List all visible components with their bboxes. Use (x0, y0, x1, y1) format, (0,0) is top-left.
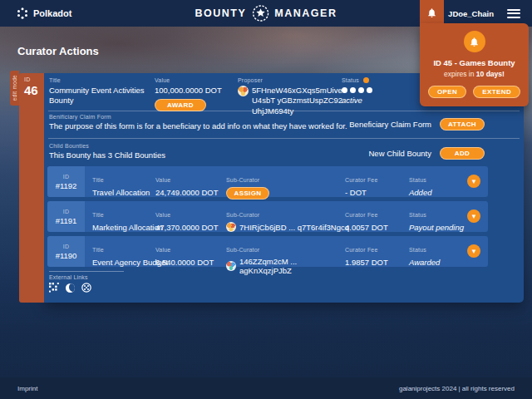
child-bounty-value: 47,370.0000 DOT (155, 223, 219, 232)
expand-row-button[interactable]: ▾ (467, 209, 480, 223)
polkadot-brand[interactable]: Polkadot (17, 7, 71, 19)
new-child-bounty-label: New Child Bounty (368, 149, 431, 158)
notification-extend-button[interactable]: EXTEND (473, 86, 520, 98)
claim-form-name: Beneficiary Claim Form (349, 120, 431, 129)
bounty-status: active (342, 96, 372, 105)
notification-bell-badge (464, 31, 485, 52)
bounty-value: 100,000.0000 DOT (155, 86, 222, 95)
notification-popup-body: ID 45 - Games Bounty expires in 10 days!… (420, 23, 529, 106)
claim-form-section-label: Benificiary Claim Form (49, 114, 111, 120)
bounty-id-label: ID (24, 76, 44, 82)
child-bounty-id-cell: ID #1192 (47, 166, 85, 197)
child-bounties-label: Child Bounties (49, 143, 89, 149)
grid-dots-icon[interactable] (49, 283, 59, 293)
award-button[interactable]: AWARD (155, 99, 206, 111)
sub-curator-avatar (226, 261, 236, 271)
child-bounty-title: Marketing Allocation (92, 223, 163, 232)
child-bounty-fee: 4.0057 DOT (345, 223, 388, 232)
external-links-divider (49, 271, 124, 272)
notification-bell-button[interactable] (420, 0, 444, 25)
status-dot (350, 87, 356, 93)
proposer-avatar (238, 86, 249, 96)
sub-curator-address: 146ZZqm2cM ... agKnXqzjPJbZ (239, 257, 351, 275)
child-bounty-id-cell: ID #1191 (47, 201, 85, 232)
child-bounty-status: Awarded (409, 258, 440, 267)
section-divider (48, 138, 520, 139)
chevron-down-icon: ▾ (472, 247, 476, 255)
add-child-bounty-button[interactable]: ADD (440, 147, 485, 160)
brand-name: Polkadot (33, 8, 71, 18)
footer: Imprint galaniprojects 2024 | all rights… (0, 377, 532, 399)
child-bounty-value: 6,540.0000 DOT (155, 258, 214, 267)
child-bounty-row: ID #1192 TitleTravel Allocation Value24,… (47, 166, 488, 197)
child-bounty-status: Added (409, 188, 431, 197)
status-dot (367, 87, 372, 93)
external-links (49, 283, 91, 293)
chevron-down-icon: ▾ (472, 212, 476, 220)
child-bounties-summary: This Bounty has 3 Child Bounties (49, 150, 165, 160)
child-bounty-row: ID #1190 TitleEvent Agency Budget Value6… (47, 236, 488, 267)
bounty-value-column: Value 100,000.0000 DOT AWARD (155, 77, 222, 111)
attach-claim-form-button[interactable]: ATTACH (440, 118, 485, 131)
expand-row-button[interactable]: ▾ (467, 175, 480, 188)
bounty-status-column: Status active (342, 77, 372, 105)
child-bounty-value: 24,749.0000 DOT (155, 188, 219, 197)
globe-icon[interactable] (81, 283, 91, 293)
app-window: Polkadot BOUNTY MANAGER JDoe_Chain (0, 0, 532, 399)
expand-row-button[interactable]: ▾ (467, 244, 480, 258)
bounty-id-column: ID 46 (19, 73, 44, 303)
notification-expiry: expires in 10 days! (428, 70, 520, 78)
external-links-label: External Links (49, 274, 88, 280)
bounty-title-column: Title Community Event Activities Bounty (49, 77, 152, 106)
star-emblem-icon (251, 4, 269, 22)
child-bounty-status: Payout pending (409, 223, 464, 232)
child-bounty-id-cell: ID #1190 (47, 236, 85, 267)
status-dots (342, 87, 372, 93)
assign-sub-curator-button[interactable]: ASSIGN (226, 187, 269, 200)
child-bounty-row: ID #1191 TitleMarketing Allocation Value… (47, 201, 488, 232)
app-title-right: MANAGER (274, 7, 337, 19)
copyright-text: galaniprojects 2024 | all rights reserve… (399, 385, 515, 392)
app-title: BOUNTY MANAGER (195, 4, 337, 22)
sub-curator-address: 7HIRjCb6jBD ... q7T6r4if3Ngcq (239, 223, 349, 232)
polkadot-logo-icon (17, 7, 28, 19)
page-title: Curator Actions (17, 45, 99, 57)
section-divider (48, 111, 520, 111)
bell-icon (469, 37, 480, 47)
chevron-down-icon: ▾ (472, 177, 476, 185)
notification-open-button[interactable]: OPEN (428, 86, 466, 98)
child-bounty-fee: - DOT (345, 188, 378, 197)
bounty-id-value: 46 (24, 83, 44, 97)
notification-popup: ID 45 - Games Bounty expires in 10 days!… (420, 0, 529, 108)
status-dot (342, 87, 347, 93)
bell-icon (426, 7, 437, 18)
child-bounty-title: Travel Allocation (92, 188, 150, 197)
edit-mode-tab[interactable]: edit mode (10, 71, 19, 106)
child-bounty-fee: 1.9857 DOT (345, 258, 388, 267)
crescent-icon[interactable] (66, 283, 75, 293)
claim-form-section: Benificiary Claim Form The purpose of th… (44, 112, 524, 138)
status-dot (358, 87, 364, 93)
bounty-title: Community Event Activities Bounty (49, 86, 152, 106)
app-title-left: BOUNTY (195, 7, 247, 19)
notification-title: ID 45 - Games Bounty (428, 58, 520, 67)
status-info-icon[interactable] (363, 77, 369, 83)
sub-curator-avatar (226, 222, 236, 232)
imprint-link[interactable]: Imprint (17, 385, 37, 392)
